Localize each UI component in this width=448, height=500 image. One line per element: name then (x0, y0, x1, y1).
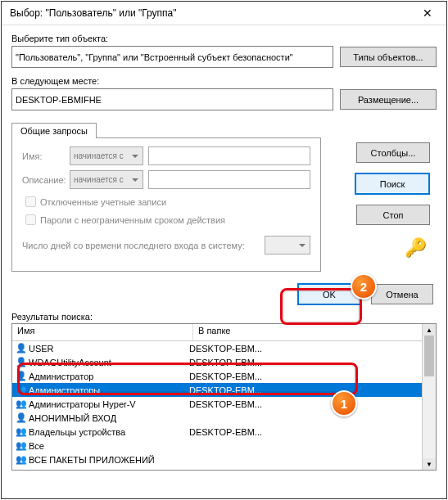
group-icon (16, 399, 27, 410)
location-label: В следующем месте: (11, 76, 437, 86)
annotation-step-1: 1 (331, 390, 357, 417)
non-expiring-checkbox[interactable]: Пароли с неограниченным сроком действия (22, 212, 310, 227)
dialog-select-user-group: Выбор: "Пользователь" или "Группа" ✕ Выб… (1, 1, 447, 499)
column-header-name[interactable]: Имя (12, 324, 193, 340)
location-field: DESKTOP-EBMIFHE (11, 88, 333, 110)
results-table: Имя В папке USERDESKTOP-EBM...WDAGUtilit… (11, 323, 437, 471)
locations-button[interactable]: Размещение... (340, 89, 437, 110)
disabled-accounts-input[interactable] (25, 196, 36, 207)
row-folder: DESKTOP-EBM... (189, 358, 422, 367)
row-name: Все (29, 441, 44, 451)
group-icon (16, 426, 27, 438)
row-name: ВСЕ ПАКЕТЫ ПРИЛОЖЕНИЙ (29, 455, 155, 465)
days-since-dropdown[interactable] (265, 236, 310, 255)
days-since-label: Число дней со времени последнего входа в… (22, 241, 265, 250)
row-name: Администраторы Hyper-V (29, 399, 136, 409)
titlebar: Выбор: "Пользователь" или "Группа" ✕ (2, 2, 446, 25)
tab-common-queries[interactable]: Общие запросы (11, 123, 97, 138)
scroll-down-icon[interactable]: ▼ (423, 458, 436, 470)
user-icon (16, 412, 27, 424)
results-label: Результаты поиска: (11, 312, 437, 322)
disabled-accounts-label: Отключенные учетные записи (40, 197, 166, 207)
group-icon (16, 385, 27, 396)
user-icon (16, 357, 27, 368)
row-name: WDAGUtilityAccount (29, 358, 111, 367)
row-folder: DESKTOP-EBM... (189, 469, 422, 471)
columns-button[interactable]: Столбцы... (356, 142, 430, 163)
group-icon (16, 440, 27, 452)
table-row[interactable]: WDAGUtilityAccountDESKTOP-EBM... (12, 355, 422, 369)
table-row[interactable]: АдминистраторDESKTOP-EBM... (12, 369, 422, 383)
row-name: Гости (29, 469, 52, 471)
user-icon (16, 343, 27, 354)
find-icon: 🔑 (405, 237, 427, 259)
side-buttons: Столбцы... Поиск Стоп (355, 141, 430, 227)
object-types-button[interactable]: Типы объектов... (340, 47, 437, 67)
table-row[interactable]: АНОНИМНЫЙ ВХОД (12, 411, 422, 425)
group-icon (16, 454, 27, 466)
dialog-body: Выберите тип объекта: "Пользователь", "Г… (2, 25, 446, 498)
table-row[interactable]: ВСЕ ПАКЕТЫ ПРИЛОЖЕНИЙ (12, 453, 422, 466)
group-icon (16, 468, 27, 471)
row-folder: DESKTOP-EBM... (189, 399, 422, 409)
row-name: АНОНИМНЫЙ ВХОД (29, 413, 116, 423)
results-scrollbar[interactable]: ▲ ▼ (422, 324, 436, 470)
row-folder: DESKTOP-EBM... (189, 372, 422, 381)
name-filter-input[interactable] (148, 146, 310, 165)
table-row[interactable]: Администраторы Hyper-VDESKTOP-EBM... (12, 397, 422, 411)
table-row[interactable]: АдминистраторыDESKTOP-EBM... (12, 383, 422, 397)
non-expiring-input[interactable] (25, 214, 36, 225)
window-title: Выбор: "Пользователь" или "Группа" (10, 7, 414, 19)
annotation-step-2: 2 (351, 273, 377, 300)
object-type-label: Выберите тип объекта: (11, 34, 437, 43)
row-name: Администратор (29, 372, 93, 381)
row-name: Владельцы устройства (29, 427, 125, 437)
table-row[interactable]: ГостиDESKTOP-EBM... (12, 466, 422, 470)
disabled-accounts-checkbox[interactable]: Отключенные учетные записи (22, 194, 310, 209)
description-filter-input[interactable] (148, 170, 310, 189)
row-name: Администраторы (29, 385, 100, 395)
scroll-thumb[interactable] (424, 336, 434, 376)
object-type-field: "Пользователь", "Группа" или "Встроенный… (11, 46, 333, 68)
row-folder: DESKTOP-EBM... (189, 385, 422, 395)
search-button[interactable]: Поиск (355, 173, 430, 195)
name-filter-label: Имя: (22, 151, 70, 161)
row-folder: DESKTOP-EBM... (189, 427, 422, 437)
table-row[interactable]: USERDESKTOP-EBM... (12, 341, 422, 355)
stop-button[interactable]: Стоп (356, 205, 430, 225)
user-icon (16, 371, 27, 382)
description-match-dropdown[interactable]: начинается с (70, 170, 143, 189)
column-header-folder[interactable]: В папке (193, 324, 422, 340)
non-expiring-label: Пароли с неограниченным сроком действия (40, 215, 225, 225)
close-button[interactable]: ✕ (414, 4, 441, 22)
name-match-dropdown[interactable]: начинается с (70, 146, 143, 165)
tab-body: Имя: начинается с Описание: начинается с… (11, 137, 321, 272)
row-name: USER (29, 344, 54, 354)
cancel-button[interactable]: Отмена (371, 284, 433, 304)
table-row[interactable]: Все (12, 439, 422, 453)
table-row[interactable]: Владельцы устройстваDESKTOP-EBM... (12, 425, 422, 439)
scroll-up-icon[interactable]: ▲ (423, 324, 436, 336)
description-filter-label: Описание: (22, 175, 70, 185)
row-folder: DESKTOP-EBM... (189, 344, 422, 354)
